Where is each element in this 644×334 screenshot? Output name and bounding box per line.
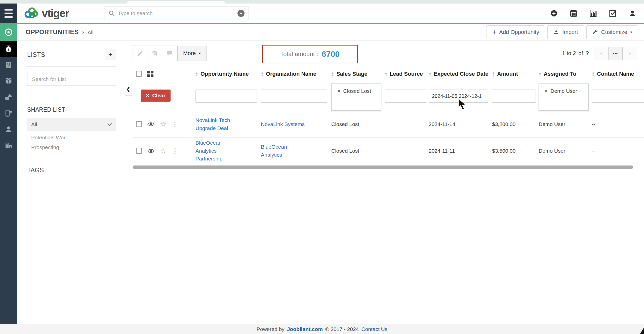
opportunity-link[interactable]: BlueOcean Analytics Partnership xyxy=(195,139,236,163)
delete-button[interactable] xyxy=(147,46,162,61)
reports-chart-icon[interactable] xyxy=(589,9,597,17)
select-all-checkbox[interactable] xyxy=(136,71,142,77)
ellipsis-icon: ••• xyxy=(613,51,618,56)
sort-icon[interactable]: ▲▼ xyxy=(429,71,431,76)
module-opportunities-tile[interactable]: $ xyxy=(0,41,17,57)
module-organizations-tile[interactable] xyxy=(0,137,17,153)
svg-text:$: $ xyxy=(8,48,10,52)
pagination-total: ? xyxy=(586,50,589,57)
row-checkbox[interactable] xyxy=(136,148,142,154)
module-services-tile[interactable] xyxy=(0,89,17,105)
column-header-assigned-to[interactable]: ▲▼ Assigned To xyxy=(539,71,592,77)
next-page-button[interactable]: ▸ xyxy=(623,47,637,60)
breadcrumb-module[interactable]: OPPORTUNITIES xyxy=(26,28,79,36)
column-header-expected-close-date[interactable]: ▲▼ Expected Close Date xyxy=(429,71,492,77)
global-search[interactable] xyxy=(104,7,249,20)
scrollbar-thumb[interactable] xyxy=(133,165,633,169)
vtiger-logo[interactable]: vtiger xyxy=(24,7,69,20)
app-body: $ Q xyxy=(0,41,644,324)
close-date-cell: 2024-11-11 xyxy=(429,147,492,155)
filter-assigned-to-multiselect[interactable]: ✕ Demo User xyxy=(539,84,589,111)
organization-link[interactable]: NovaLink Systems xyxy=(261,120,306,128)
customize-button[interactable]: Customize ▾ xyxy=(586,25,638,39)
table-row[interactable]: ☆ ⋮ BlueOcean Analytics Partnership Blue… xyxy=(133,137,644,164)
filter-lead-source-input[interactable] xyxy=(385,90,426,103)
column-header-organization-name[interactable]: ▲▼ Organization Name xyxy=(261,71,331,77)
table-row[interactable]: ☆ ⋮ NovaLink Tech Upgrade Deal NovaLink … xyxy=(133,111,644,137)
page-count-button[interactable]: ••• xyxy=(608,47,623,60)
filter-sales-stage-multiselect[interactable]: ✕ Closed Lost xyxy=(331,84,381,111)
module-contacts-tile[interactable] xyxy=(0,121,17,137)
remove-chip-icon[interactable]: ✕ xyxy=(337,89,341,94)
svg-text:Q: Q xyxy=(7,62,10,66)
breadcrumb-view[interactable]: All xyxy=(88,29,93,35)
row-menu-icon[interactable]: ⋮ xyxy=(172,120,178,128)
hamburger-menu-button[interactable] xyxy=(0,4,17,23)
quick-create-plus-icon[interactable] xyxy=(550,9,558,17)
module-sms-tile[interactable] xyxy=(0,105,17,121)
star-icon[interactable]: ☆ xyxy=(160,120,166,128)
add-opportunity-button[interactable]: + Add Opportunity xyxy=(487,25,545,39)
module-products-tile[interactable] xyxy=(0,73,17,89)
sidebar-item-prospecting[interactable]: Prospecting xyxy=(27,141,116,150)
column-header-amount[interactable]: ▲▼ Amount xyxy=(492,71,539,77)
contact-name-cell: -- xyxy=(592,147,644,155)
row-checkbox[interactable] xyxy=(136,121,142,127)
sort-icon[interactable]: ▲▼ xyxy=(592,71,595,76)
add-list-button[interactable]: + xyxy=(105,49,116,60)
edit-button[interactable] xyxy=(133,46,147,61)
sort-icon[interactable]: ▲▼ xyxy=(331,71,334,76)
import-button[interactable]: Import xyxy=(547,25,584,39)
sort-icon[interactable]: ▲▼ xyxy=(385,71,387,76)
star-icon[interactable]: ☆ xyxy=(160,147,166,155)
active-module-tile[interactable] xyxy=(0,24,17,41)
column-header-opportunity-name[interactable]: ▲▼ Opportunity Name xyxy=(195,71,261,77)
filter-expected-close-date-input[interactable] xyxy=(429,90,488,103)
filter-organization-name-input[interactable] xyxy=(261,90,327,103)
filter-opportunity-name-input[interactable] xyxy=(195,90,257,103)
module-quotes-tile[interactable]: Q xyxy=(0,57,17,73)
column-header-lead-source[interactable]: ▲▼ Lead Source xyxy=(385,71,429,77)
amount-cell: $3,200.00 xyxy=(492,120,539,128)
sort-icon[interactable]: ▲▼ xyxy=(539,71,541,76)
filter-amount-input[interactable] xyxy=(492,90,536,103)
next-arrow-icon: ▸ xyxy=(629,51,631,56)
remove-chip-icon[interactable]: ✕ xyxy=(544,89,548,94)
sort-icon[interactable]: ▲▼ xyxy=(195,71,198,76)
shared-list-title: SHARED LIST xyxy=(27,106,116,113)
clear-filters-button[interactable]: ✕ Clear xyxy=(141,90,171,102)
organization-link[interactable]: BlueOcean Analytics xyxy=(261,143,306,159)
comment-button[interactable] xyxy=(162,46,177,61)
calendar-icon[interactable] xyxy=(570,9,578,17)
search-scope-chevron-icon[interactable] xyxy=(237,10,245,17)
row-menu-icon[interactable]: ⋮ xyxy=(172,147,178,155)
preview-eye-icon[interactable] xyxy=(147,148,155,154)
preview-eye-icon[interactable] xyxy=(147,121,155,127)
column-header-sales-stage[interactable]: ▲▼ Sales Stage xyxy=(331,71,385,77)
contact-us-link[interactable]: Contact Us xyxy=(361,326,387,332)
column-header-contact-name[interactable]: ▲▼ Contact Name xyxy=(592,71,644,77)
hand-wrench-icon xyxy=(5,93,13,101)
list-search-input[interactable] xyxy=(27,73,116,86)
search-input[interactable] xyxy=(118,10,234,16)
more-button[interactable]: More ▾ xyxy=(177,46,207,61)
prev-page-button[interactable]: ◂ xyxy=(594,47,608,60)
sort-icon[interactable]: ▲▼ xyxy=(261,71,264,76)
user-profile-icon[interactable] xyxy=(628,9,636,17)
footer-brand-link[interactable]: Joobilant.com xyxy=(287,326,323,332)
shared-list-select[interactable]: All xyxy=(27,118,116,131)
main-content: ❮ xyxy=(125,41,644,324)
lists-title: LISTS xyxy=(27,51,45,58)
tags-title: TAGS xyxy=(27,166,116,174)
tasks-check-icon[interactable] xyxy=(609,9,617,17)
filter-contact-name-input[interactable] xyxy=(592,90,644,103)
open-box-icon xyxy=(5,77,13,85)
collapse-panel-button[interactable]: ❮ xyxy=(125,83,132,96)
total-amount-label: Total amount : xyxy=(280,51,318,58)
sidebar-item-potentials-won[interactable]: Potentials Won xyxy=(27,131,116,141)
filter-row: ✕ Clear ✕ Closed Lost xyxy=(133,82,644,111)
shared-list-selected: All xyxy=(31,121,37,128)
grid-view-icon[interactable] xyxy=(147,71,153,77)
opportunity-link[interactable]: NovaLink Tech Upgrade Deal xyxy=(195,116,236,132)
sort-icon[interactable]: ▲▼ xyxy=(492,71,495,76)
